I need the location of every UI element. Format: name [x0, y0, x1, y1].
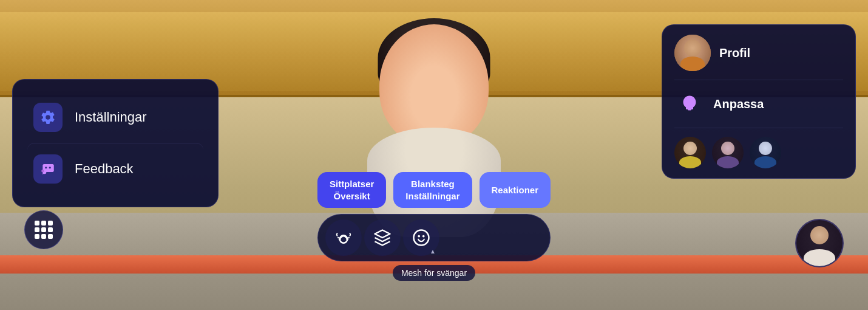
avatar-body-small: [804, 249, 835, 266]
grid-icon: [35, 221, 53, 239]
svg-point-8: [418, 235, 420, 238]
customize-row[interactable]: Anpassa: [674, 80, 843, 128]
customize-label: Anpassa: [713, 97, 764, 111]
svg-point-1: [41, 170, 44, 172]
left-menu-panel: Inställningar Feedback: [12, 79, 219, 207]
avatar-purple[interactable]: [712, 137, 744, 168]
mesh-button[interactable]: [325, 219, 362, 256]
reaktioner-label: Reaktioner: [492, 185, 539, 195]
installningar-label: Inställningar: [75, 109, 147, 125]
avatar-yellow[interactable]: [674, 137, 706, 168]
profile-label: Profil: [719, 46, 750, 60]
profile-avatar-body: [680, 57, 705, 71]
right-panel: Profil Anpassa: [662, 24, 856, 179]
profile-row[interactable]: Profil: [674, 35, 843, 80]
emoji-button[interactable]: ▲: [403, 219, 439, 256]
svg-point-7: [413, 230, 429, 246]
sittplatser-label: Sittplatser Översikt: [330, 179, 374, 201]
grid-dot: [35, 221, 39, 226]
grid-dot: [48, 234, 53, 239]
toolbar-tooltip: Mesh för svängar: [317, 265, 551, 281]
floating-action-buttons: Sittplatser Översikt Blanksteg Inställni…: [317, 172, 551, 208]
center-toolbar: Sittplatser Översikt Blanksteg Inställni…: [317, 172, 551, 281]
avatar-blue[interactable]: [750, 137, 781, 168]
grid-dot: [48, 227, 53, 232]
avatar-face: [810, 226, 829, 244]
menu-item-feedback[interactable]: Feedback: [27, 143, 203, 195]
menu-item-installningar[interactable]: Inställningar: [27, 92, 203, 143]
blanksteg-label: Blanksteg Inställningar: [405, 179, 459, 201]
bottom-right-avatar[interactable]: [795, 219, 844, 267]
grid-dot: [48, 221, 53, 226]
avatars-row: [674, 128, 843, 168]
feedback-label: Feedback: [75, 161, 134, 177]
grid-dot: [35, 234, 39, 239]
feedback-icon: [33, 154, 63, 184]
profile-avatar-head: [684, 40, 701, 57]
sittplatser-button[interactable]: Sittplatser Översikt: [317, 172, 386, 208]
tooltip-text: Mesh för svängar: [393, 265, 475, 281]
svg-point-9: [422, 235, 425, 238]
reaktioner-button[interactable]: Reaktioner: [480, 172, 551, 208]
caret-icon: ▲: [430, 248, 436, 255]
grid-dot: [35, 227, 39, 232]
toolbar-icon-bar: ▲: [317, 214, 551, 261]
customize-icon: [674, 89, 705, 119]
blanksteg-button[interactable]: Blanksteg Inställningar: [393, 172, 472, 208]
grid-dot: [41, 234, 46, 239]
avatar-3d-button[interactable]: [364, 219, 401, 256]
gear-icon: [33, 103, 63, 132]
svg-point-6: [348, 237, 350, 239]
grid-dot: [41, 221, 46, 226]
svg-point-5: [337, 237, 339, 239]
profile-avatar: [674, 35, 711, 71]
profile-avatar-inner: [674, 35, 711, 71]
grid-dot: [41, 227, 46, 232]
necklace-icon: [334, 229, 353, 247]
avatar-3d-icon: [373, 229, 392, 247]
grid-menu-button[interactable]: [24, 210, 63, 249]
smiley-icon: [412, 229, 430, 247]
